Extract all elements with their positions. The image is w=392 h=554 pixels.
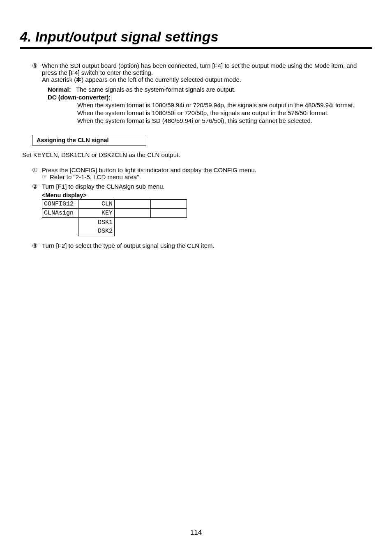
menu-r2c2: KEY xyxy=(78,209,115,218)
step-2: ② Turn [F1] to display the CLNAsign sub … xyxy=(32,183,372,190)
section-title: 4. Input/output signal settings xyxy=(20,29,372,49)
menu-r3: DSK1 xyxy=(78,218,115,227)
table-row: CLNAsign KEY xyxy=(42,209,187,218)
menu-r4: DSK2 xyxy=(78,227,115,236)
dc-line2: When the system format is 1080/50i or 72… xyxy=(77,109,372,116)
normal-text: The same signals as the system-format si… xyxy=(76,86,236,93)
step-1-refer: ☞ Refer to "2-1-5. LCD menu area". xyxy=(42,173,372,180)
menu-r1c4 xyxy=(151,200,187,209)
step-3-marker: ③ xyxy=(32,242,42,249)
table-row: DSK2 xyxy=(78,227,115,236)
dc-line3: When the system format is SD (480/59.94i… xyxy=(77,117,372,124)
table-row: DSK1 xyxy=(78,218,115,227)
step-1-refer-text: Refer to "2-1-5. LCD menu area". xyxy=(50,173,141,180)
dc-line1: When the system format is 1080/59.94i or… xyxy=(77,102,372,108)
step-1: ① Press the [CONFIG] button to light its… xyxy=(32,166,372,180)
table-row: CONFIG12 CLN xyxy=(42,200,187,209)
step-1-text: Press the [CONFIG] button to light its i… xyxy=(42,166,372,173)
menu-r2c3 xyxy=(115,209,151,218)
menu-r1c1: CONFIG12 xyxy=(42,200,78,209)
menu-sub-table: DSK1 DSK2 xyxy=(78,218,115,236)
step-5-line1: When the SDI output board (option) has b… xyxy=(42,62,372,76)
step-2-text: Turn [F1] to display the CLNAsign sub me… xyxy=(42,183,372,190)
step-5-marker: ⑤ xyxy=(32,62,42,83)
menu-r1c2: CLN xyxy=(78,200,115,209)
asterisk-suffix: ) appears on the left of the currently s… xyxy=(81,76,241,83)
step-3: ③ Turn [F2] to select the type of output… xyxy=(32,242,372,249)
pointer-icon: ☞ xyxy=(42,173,47,180)
asterisk-symbol: ✽ xyxy=(76,76,81,83)
asterisk-prefix: An asterisk ( xyxy=(42,76,76,83)
step-2-marker: ② xyxy=(32,183,42,190)
dc-label: DC (down-converter): xyxy=(48,94,372,101)
menu-r2c1: CLNAsign xyxy=(42,209,78,218)
page-number: 114 xyxy=(0,529,392,537)
normal-label: Normal: xyxy=(48,86,71,93)
step-3-text: Turn [F2] to select the type of output s… xyxy=(42,242,372,249)
menu-r1c3 xyxy=(115,200,151,209)
cln-intro: Set KEYCLN, DSK1CLN or DSK2CLN as the CL… xyxy=(22,151,372,158)
menu-display-label: <Menu display> xyxy=(42,192,372,199)
cln-heading-box: Assigning the CLN signal xyxy=(32,135,146,145)
step-5-line2: An asterisk (✽) appears on the left of t… xyxy=(42,76,372,83)
step-5: ⑤ When the SDI output board (option) has… xyxy=(32,62,372,83)
menu-r2c4 xyxy=(151,209,187,218)
menu-table: CONFIG12 CLN CLNAsign KEY xyxy=(42,199,187,218)
step-1-marker: ① xyxy=(32,166,42,180)
normal-line: Normal: The same signals as the system-f… xyxy=(48,86,372,93)
